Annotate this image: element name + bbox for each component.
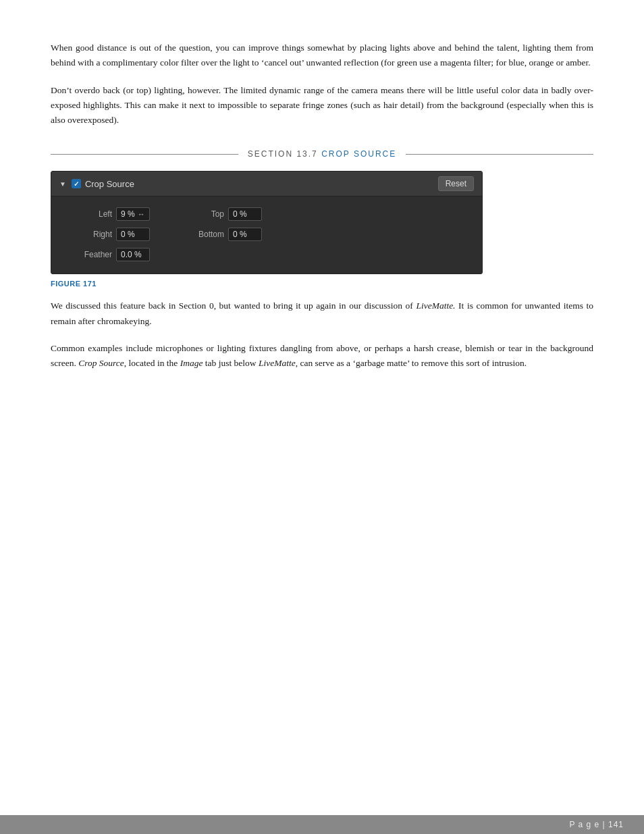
bottom-label: Bottom (177, 230, 224, 239)
ui-row-1: Left 9 % ↔ Top 0 % (65, 207, 468, 221)
ui-row-2: Right 0 % Bottom 0 % (65, 228, 468, 241)
page-number: P a g e | 141 (569, 820, 624, 829)
collapse-arrow-icon: ▼ (59, 180, 66, 188)
p4-italic1: Crop Source (78, 358, 124, 368)
right-value: 0 % (116, 228, 150, 241)
ui-panel-screenshot: ▼ Crop Source Reset Left 9 % ↔ Top 0 % (51, 171, 483, 274)
section-heading-text: SECTION 13.7 CROP SOURCE (238, 149, 406, 159)
feather-value: 0.0 % (116, 248, 150, 261)
heading-line-right (406, 154, 593, 155)
left-field-group: Left 9 % ↔ (65, 207, 150, 221)
left-label: Left (65, 209, 112, 219)
ui-panel-titlebar: ▼ Crop Source Reset (51, 172, 482, 197)
section-title: CROP SOURCE (321, 149, 396, 159)
paragraph-2: Don’t overdo back (or top) lighting, how… (51, 83, 593, 128)
section-prefix: SECTION 13.7 (248, 149, 318, 159)
bottom-field-group: Bottom 0 % (177, 228, 262, 241)
p4-mid2: tab just below (203, 358, 259, 368)
heading-line-left (51, 154, 238, 155)
section-heading: SECTION 13.7 CROP SOURCE (51, 149, 593, 159)
top-field-group: Top 0 % (177, 207, 262, 221)
p3-start: We discussed this feature back in Sectio… (51, 301, 416, 311)
p4-mid: , located in the (124, 358, 180, 368)
ui-row-3: Feather 0.0 % (65, 248, 468, 261)
left-arrows-icon: ↔ (138, 210, 145, 218)
top-value: 0 % (228, 207, 262, 221)
panel-title: Crop Source (85, 179, 134, 189)
page-footer: P a g e | 141 (0, 815, 644, 834)
p4-end: , can serve as a ‘garbage matte’ to remo… (296, 358, 527, 368)
paragraph-4: Common examples include microphones or l… (51, 341, 593, 371)
feather-field-group: Feather 0.0 % (65, 248, 150, 261)
p4-italic3: LiveMatte (259, 358, 296, 368)
reset-button[interactable]: Reset (438, 176, 474, 191)
top-label: Top (177, 209, 224, 219)
right-label: Right (65, 230, 112, 239)
ui-panel-body: Left 9 % ↔ Top 0 % Right 0 % (51, 197, 482, 273)
left-value: 9 % ↔ (116, 207, 150, 221)
titlebar-left: ▼ Crop Source (59, 179, 134, 189)
paragraph-3: We discussed this feature back in Sectio… (51, 298, 593, 329)
p4-italic2: Image (180, 358, 203, 368)
bottom-value: 0 % (228, 228, 262, 241)
p3-italic: LiveMatte. (416, 301, 455, 311)
paragraph-1: When good distance is out of the questio… (51, 41, 593, 71)
right-field-group: Right 0 % (65, 228, 150, 241)
panel-checkbox (72, 179, 81, 188)
figure-label: FIGURE 171 (51, 280, 593, 288)
feather-label: Feather (65, 250, 112, 259)
